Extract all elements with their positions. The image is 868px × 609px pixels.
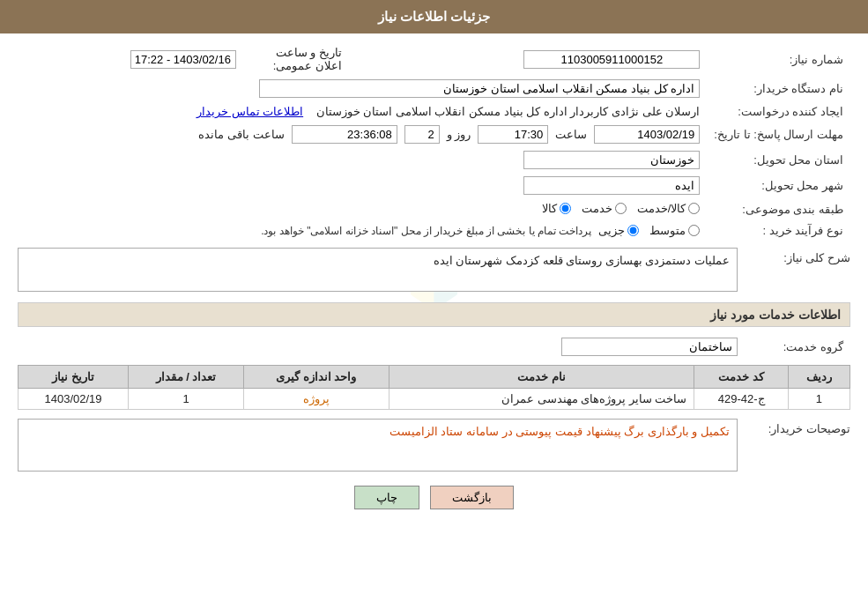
farayand-note: پرداخت تمام یا بخشی از مبلغ خریدار از مح… — [261, 225, 591, 237]
radio-kala[interactable]: کالا — [542, 202, 571, 215]
col-tedad: تعداد / مقدار — [129, 366, 244, 389]
tabaqe-label: طبقه بندی موضوعی: — [707, 198, 850, 220]
col-nam: نام خدمت — [389, 366, 694, 389]
saat-pasokh-input[interactable] — [478, 125, 548, 144]
tarikhAelan-input[interactable] — [130, 50, 236, 69]
col-tarikh: تاریخ نیاز — [19, 366, 129, 389]
page-title: جزئیات اطلاعات نیاز — [378, 9, 490, 24]
sharhKolli-box: عملیات دستمزدی بهسازی روستای قلعه کزدمک … — [18, 248, 738, 292]
shahr-label: شهر محل تحویل: — [707, 173, 850, 198]
saat-label: ساعت — [555, 128, 587, 141]
table-row: 1ج-42-429ساخت سایر پروژه‌های مهندسی عمرا… — [19, 389, 850, 410]
noeFarayand-label: نوع فرآیند خرید : — [707, 220, 850, 241]
ijadKonande-label: ایجاد کننده درخواست: — [707, 101, 850, 122]
ostan-input[interactable] — [523, 151, 700, 169]
sharhKolli-label: شرح کلی نیاز: — [783, 251, 850, 264]
mohlat-label: مهلت ارسال پاسخ: تا تاریخ: — [707, 122, 850, 147]
khadamat-section-title: اطلاعات خدمات مورد نیاز — [18, 302, 850, 327]
tarikh-pasokh-input[interactable] — [594, 125, 700, 144]
tosifKharidar-box: تکمیل و بارگذاری برگ پیشنهاد قیمت پیوستی… — [18, 419, 738, 472]
tosifKharidar-label: توصیحات خریدار: — [768, 422, 850, 435]
namDastgah-input[interactable] — [259, 79, 700, 98]
saat-baqi-input[interactable] — [292, 125, 397, 144]
radio-mottavasset[interactable]: متوسط — [649, 224, 700, 237]
radio-jozii[interactable]: جزیی — [598, 224, 639, 237]
ijadKonande-value: ارسلان علی نژادی کاربردار اداره کل بنیاد… — [316, 105, 701, 118]
saat-baqi-label: ساعت باقی مانده — [198, 128, 284, 141]
tosifKharidar-value: تکمیل و بارگذاری برگ پیشنهاد قیمت پیوستی… — [389, 425, 730, 438]
shomareNiaz-input[interactable] — [523, 50, 700, 69]
grohKhadamat-label: گروه خدمت: — [745, 334, 850, 360]
radio-khadamat[interactable]: خدمت — [582, 202, 627, 215]
rooz-input[interactable] — [404, 125, 440, 144]
page-header: جزئیات اطلاعات نیاز — [0, 0, 868, 33]
grohKhadamat-input[interactable] — [561, 338, 738, 356]
print-button[interactable]: چاپ — [354, 486, 419, 509]
khadamat-table: ردیف کد خدمت نام خدمت واحد اندازه گیری ت… — [18, 365, 850, 410]
namDastgah-label: نام دستگاه خریدار: — [707, 76, 850, 101]
tarikhAelan-label: تاریخ و ساعت اعلان عمومی: — [273, 46, 342, 72]
ettelatTamas-link[interactable]: اطلاعات تماس خریدار — [197, 105, 303, 118]
ostan-label: استان محل تحویل: — [707, 147, 850, 173]
button-row: بازگشت چاپ — [18, 486, 850, 509]
col-kod: کد خدمت — [694, 366, 788, 389]
col-vahed: واحد اندازه گیری — [243, 366, 389, 389]
shahr-input[interactable] — [523, 176, 700, 195]
back-button[interactable]: بازگشت — [430, 486, 514, 509]
col-radif: ردیف — [788, 366, 849, 389]
shomareNiaz-label: شماره نیاز: — [707, 42, 850, 76]
rooz-label: روز و — [447, 128, 471, 141]
radio-kalaKhadamat[interactable]: کالا/خدمت — [637, 202, 701, 215]
sharhKolli-value: عملیات دستمزدی بهسازی روستای قلعه کزدمک … — [434, 254, 730, 267]
